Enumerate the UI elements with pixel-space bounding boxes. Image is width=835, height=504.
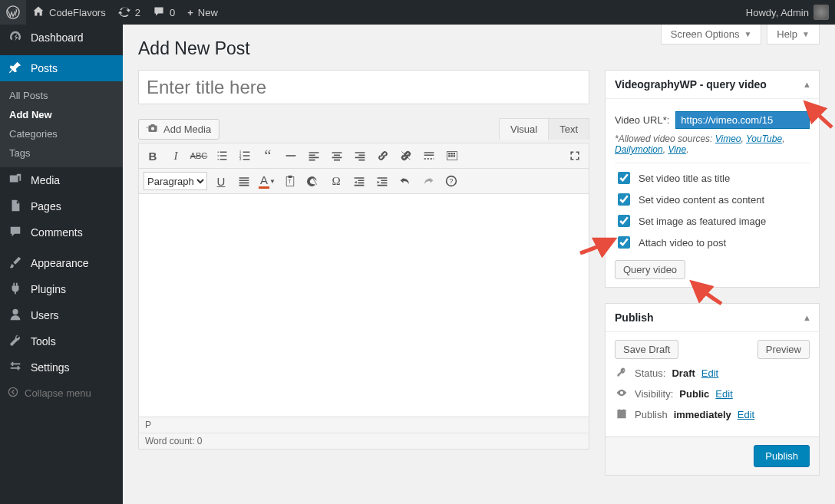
src-vine[interactable]: Vine bbox=[668, 144, 686, 155]
redo-button[interactable] bbox=[419, 172, 437, 190]
video-url-input[interactable] bbox=[675, 111, 810, 129]
help-icon[interactable]: ? bbox=[442, 172, 460, 190]
svg-text:?: ? bbox=[450, 177, 454, 185]
submenu-tags[interactable]: Tags bbox=[0, 143, 123, 163]
calendar-icon bbox=[615, 408, 629, 421]
site-link[interactable]: CodeFlavors bbox=[26, 0, 112, 25]
ol-button[interactable]: 123 bbox=[236, 147, 254, 165]
edit-schedule-link[interactable]: Edit bbox=[738, 409, 754, 420]
quote-button[interactable]: “ bbox=[259, 147, 277, 165]
menu-plugins[interactable]: Plugins bbox=[0, 276, 123, 302]
submenu-all-posts[interactable]: All Posts bbox=[0, 86, 123, 105]
svg-rect-11 bbox=[451, 155, 452, 156]
clear-format-button[interactable] bbox=[304, 172, 322, 190]
publish-button[interactable]: Publish bbox=[754, 445, 810, 467]
save-draft-button[interactable]: Save Draft bbox=[615, 340, 678, 359]
chevron-up-icon[interactable]: ▲ bbox=[803, 80, 811, 89]
link-button[interactable] bbox=[374, 147, 392, 165]
opt-attach-checkbox[interactable]: Attach video to post bbox=[615, 234, 810, 251]
editor-body[interactable] bbox=[139, 194, 589, 417]
outdent-button[interactable] bbox=[350, 172, 368, 190]
indent-button[interactable] bbox=[373, 172, 391, 190]
edit-visibility-link[interactable]: Edit bbox=[715, 388, 732, 400]
account-link[interactable]: Howdy, Admin bbox=[740, 0, 835, 25]
video-url-label: Video URL*: bbox=[615, 114, 669, 126]
unlink-button[interactable] bbox=[397, 147, 415, 165]
strike-button[interactable]: ABC bbox=[190, 147, 208, 165]
new-content-link[interactable]: + New bbox=[181, 0, 224, 25]
submenu-posts: All Posts Add New Categories Tags bbox=[0, 81, 123, 167]
post-title-input[interactable] bbox=[138, 70, 589, 104]
menu-label: Users bbox=[31, 309, 59, 321]
align-left-button[interactable] bbox=[305, 147, 323, 165]
align-right-button[interactable] bbox=[351, 147, 369, 165]
opt-image-checkbox[interactable]: Set image as featured image bbox=[615, 212, 810, 229]
src-youtube[interactable]: YouTube bbox=[746, 133, 782, 144]
comments-link[interactable]: 0 bbox=[147, 0, 181, 25]
chevron-down-icon: ▼ bbox=[744, 30, 751, 38]
menu-comments[interactable]: Comments bbox=[0, 219, 123, 245]
menu-label: Posts bbox=[31, 62, 58, 74]
help-button[interactable]: Help▼ bbox=[767, 25, 820, 44]
element-path: P bbox=[139, 417, 589, 433]
svg-text:3: 3 bbox=[239, 158, 242, 162]
videography-box-title[interactable]: VideographyWP - query video ▲ bbox=[606, 71, 819, 99]
visibility-row: Visibility: Public Edit bbox=[615, 387, 810, 400]
svg-rect-5 bbox=[286, 155, 296, 156]
fullscreen-button[interactable] bbox=[566, 147, 584, 165]
svg-text:T: T bbox=[289, 179, 292, 184]
ul-button[interactable] bbox=[213, 147, 231, 165]
menu-posts[interactable]: Posts bbox=[0, 55, 123, 81]
src-dailymotion[interactable]: Dailymotion bbox=[615, 144, 663, 155]
menu-pages[interactable]: Pages bbox=[0, 193, 123, 219]
toolbar-toggle-button[interactable] bbox=[443, 147, 461, 165]
src-vimeo[interactable]: Vimeo bbox=[715, 133, 741, 144]
editor-toolbar-1: B I ABC 123 “ bbox=[139, 143, 589, 169]
underline-button[interactable]: U bbox=[212, 172, 230, 190]
bold-button[interactable]: B bbox=[144, 147, 162, 165]
preview-button[interactable]: Preview bbox=[757, 340, 810, 359]
camera-icon bbox=[147, 123, 159, 136]
publish-box-title[interactable]: Publish ▲ bbox=[606, 304, 819, 332]
tab-text[interactable]: Text bbox=[549, 119, 589, 140]
menu-label: Comments bbox=[31, 226, 83, 239]
menu-users[interactable]: Users bbox=[0, 302, 123, 328]
home-icon bbox=[32, 5, 45, 20]
content-editor: B I ABC 123 “ bbox=[138, 143, 589, 450]
svg-rect-14 bbox=[289, 176, 292, 178]
menu-appearance[interactable]: Appearance bbox=[0, 250, 123, 276]
chevron-up-icon[interactable]: ▲ bbox=[803, 313, 811, 322]
wrench-icon bbox=[8, 334, 23, 350]
menu-tools[interactable]: Tools bbox=[0, 328, 123, 354]
special-char-button[interactable]: Ω bbox=[327, 172, 345, 190]
menu-media[interactable]: Media bbox=[0, 167, 123, 193]
tab-visual[interactable]: Visual bbox=[500, 119, 549, 140]
menu-dashboard[interactable]: Dashboard bbox=[0, 25, 123, 51]
opt-content-checkbox[interactable]: Set video content as content bbox=[615, 191, 810, 208]
screen-options-button[interactable]: Screen Options▼ bbox=[661, 25, 762, 44]
add-media-button[interactable]: Add Media bbox=[138, 119, 219, 140]
paste-text-button[interactable]: T bbox=[281, 172, 299, 190]
more-button[interactable] bbox=[420, 147, 438, 165]
undo-button[interactable] bbox=[396, 172, 414, 190]
avatar bbox=[814, 5, 829, 20]
updates-link[interactable]: 2 bbox=[112, 0, 147, 25]
justify-button[interactable] bbox=[235, 172, 253, 190]
align-center-button[interactable] bbox=[328, 147, 346, 165]
collapse-label: Collapse menu bbox=[25, 387, 91, 399]
submenu-categories[interactable]: Categories bbox=[0, 124, 123, 143]
menu-settings[interactable]: Settings bbox=[0, 354, 123, 380]
italic-button[interactable]: I bbox=[167, 147, 185, 165]
wp-logo[interactable] bbox=[0, 0, 26, 25]
text-color-button[interactable]: A ▼ bbox=[258, 172, 276, 190]
query-video-button[interactable]: Query video bbox=[615, 260, 685, 279]
collapse-menu[interactable]: Collapse menu bbox=[0, 380, 123, 406]
format-select[interactable]: Paragraph bbox=[144, 172, 207, 190]
edit-status-link[interactable]: Edit bbox=[701, 367, 718, 379]
opt-title-checkbox[interactable]: Set video title as title bbox=[615, 170, 810, 186]
svg-rect-7 bbox=[448, 153, 450, 154]
submenu-add-new[interactable]: Add New bbox=[0, 105, 123, 124]
site-name: CodeFlavors bbox=[49, 7, 106, 18]
media-icon bbox=[8, 173, 23, 189]
hr-button[interactable] bbox=[282, 147, 300, 165]
